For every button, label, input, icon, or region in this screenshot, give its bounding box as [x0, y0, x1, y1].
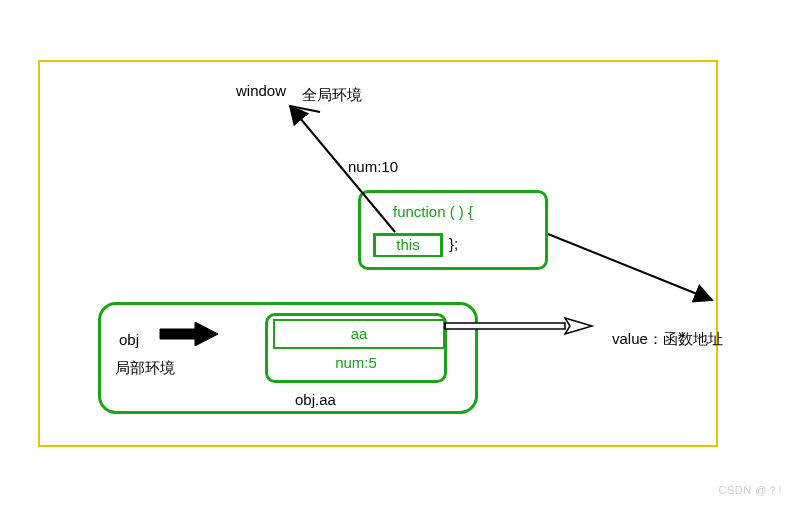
num-global-label: num:10 — [348, 158, 398, 175]
function-close-text: }; — [449, 235, 458, 252]
obj-aa-row: aa — [273, 319, 445, 349]
window-label: window — [236, 82, 286, 99]
watermark-text: CSDN @？! — [719, 483, 782, 498]
function-box: function ( ) { this }; — [358, 190, 548, 270]
this-box: this — [373, 233, 443, 257]
local-env-label: 局部环境 — [115, 359, 175, 378]
value-label: value：函数地址 — [612, 330, 723, 349]
obj-label: obj — [119, 331, 139, 348]
obj-scope-box: obj 局部环境 aa num:5 obj.aa — [98, 302, 478, 414]
obj-num-row: num:5 — [268, 354, 444, 371]
obj-inner-box: aa num:5 — [265, 313, 447, 383]
global-env-label: 全局环境 — [302, 86, 362, 105]
obj-aa-label: obj.aa — [295, 391, 336, 408]
function-open-text: function ( ) { — [393, 203, 473, 220]
